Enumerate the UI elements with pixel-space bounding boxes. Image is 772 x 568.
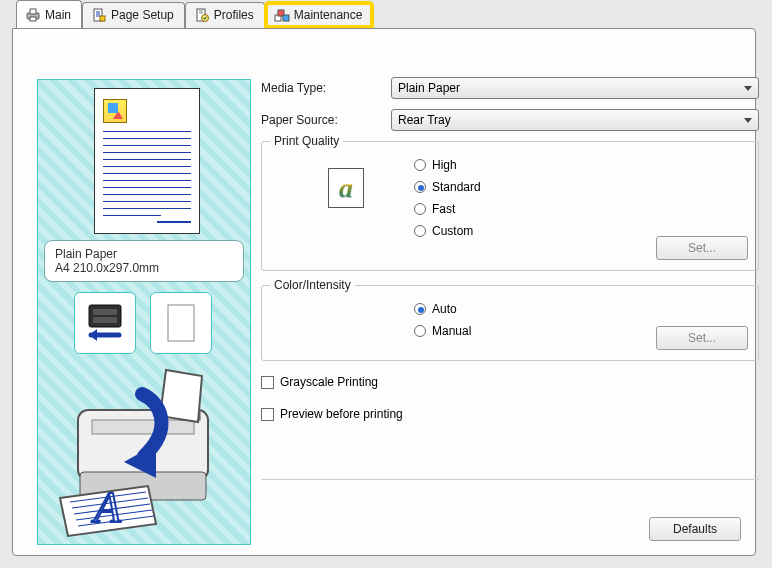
tab-label: Maintenance [294,8,363,22]
radio-icon [414,225,426,237]
button-label: Set... [688,241,716,255]
defaults-button[interactable]: Defaults [649,517,741,541]
tray-rear-button[interactable] [74,292,136,354]
color-intensity-group: Color/Intensity Auto Manual Set... [261,285,759,361]
preview-area: Plain Paper A4 210.0x297.0mm [37,79,251,545]
tray-sheet-button[interactable] [150,292,212,354]
document-thumbnail [94,88,200,234]
svg-rect-15 [89,305,121,327]
checkbox-label: Preview before printing [280,407,403,421]
tab-label: Page Setup [111,8,174,22]
checkbox-icon [261,376,274,389]
tab-profiles[interactable]: Profiles [185,2,265,28]
page-setup-icon [91,7,107,23]
radio-icon [414,181,426,193]
tab-maintenance[interactable]: Maintenance [265,2,374,28]
radio-label: Auto [432,302,457,316]
checkbox-label: Grayscale Printing [280,375,378,389]
svg-rect-16 [93,309,117,315]
button-label: Defaults [673,522,717,536]
svg-rect-14 [283,15,289,21]
thumbnail-logo-icon [103,99,127,123]
paper-info-media: Plain Paper [55,247,233,261]
media-type-label: Media Type: [261,81,391,95]
radio-icon [414,203,426,215]
printer-illustration: A [48,366,244,542]
paper-source-value: Rear Tray [398,113,451,127]
radio-icon [414,159,426,171]
radio-label: Manual [432,324,471,338]
tab-page-setup[interactable]: Page Setup [82,2,185,28]
maintenance-icon [274,7,290,23]
quality-standard-radio[interactable]: Standard [414,180,746,194]
tab-main[interactable]: Main [16,0,82,28]
paper-info-box: Plain Paper A4 210.0x297.0mm [44,240,244,282]
grayscale-checkbox[interactable]: Grayscale Printing [261,375,759,389]
radio-icon [414,303,426,315]
svg-rect-21 [92,420,194,434]
svg-rect-7 [100,16,105,21]
quality-set-button[interactable]: Set... [656,236,748,260]
color-auto-radio[interactable]: Auto [414,302,746,316]
paper-source-dropdown[interactable]: Rear Tray [391,109,759,131]
preview-checkbox[interactable]: Preview before printing [261,407,759,421]
main-panel: Plain Paper A4 210.0x297.0mm [12,28,756,556]
chevron-down-icon [744,118,752,123]
svg-text:A: A [91,483,122,532]
svg-rect-1 [30,9,36,14]
radio-label: Custom [432,224,473,238]
paper-info-size: A4 210.0x297.0mm [55,261,233,275]
thumbnail-signature [157,221,191,225]
paper-source-label: Paper Source: [261,113,391,127]
svg-rect-2 [30,17,36,21]
radio-icon [414,325,426,337]
thumbnail-lines [103,131,191,222]
print-quality-group: Print Quality a High Standard Fast [261,141,759,271]
quality-high-radio[interactable]: High [414,158,746,172]
checkbox-icon [261,408,274,421]
tabstrip: Main Page Setup [16,0,760,28]
chevron-down-icon [744,86,752,91]
button-label: Set... [688,331,716,345]
media-type-value: Plain Paper [398,81,460,95]
svg-rect-18 [168,305,194,341]
color-set-button[interactable]: Set... [656,326,748,350]
quality-sample-icon: a [328,168,364,208]
quality-fast-radio[interactable]: Fast [414,202,746,216]
svg-rect-17 [93,317,117,323]
radio-label: Standard [432,180,481,194]
tab-label: Profiles [214,8,254,22]
print-quality-legend: Print Quality [270,134,343,148]
radio-label: High [432,158,457,172]
media-type-dropdown[interactable]: Plain Paper [391,77,759,99]
radio-label: Fast [432,202,455,216]
printer-icon [25,7,41,23]
profiles-icon [194,7,210,23]
tab-label: Main [45,8,71,22]
color-intensity-legend: Color/Intensity [270,278,355,292]
divider [261,479,759,480]
